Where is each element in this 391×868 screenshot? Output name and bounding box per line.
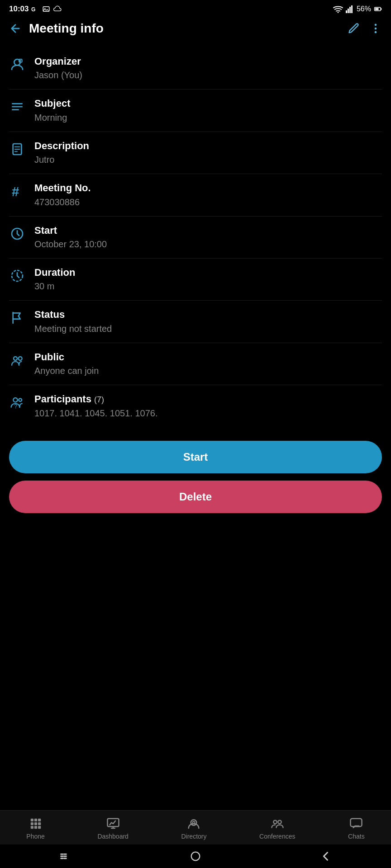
- organizer-text: Organizer Jason (You): [34, 56, 382, 81]
- action-buttons: Start Delete: [0, 432, 391, 518]
- meeting-no-row: # Meeting No. 473030886: [9, 174, 382, 216]
- svg-rect-37: [34, 826, 37, 829]
- dashboard-icon: [106, 817, 120, 830]
- svg-point-28: [19, 398, 22, 401]
- svg-point-3: [338, 12, 339, 13]
- svg-rect-38: [38, 826, 41, 829]
- arrow-left-icon: [9, 22, 22, 35]
- duration-icon: [9, 268, 25, 284]
- sys-menu-button[interactable]: [59, 850, 72, 863]
- chats-icon: [349, 817, 363, 830]
- edit-pencil-icon: [348, 22, 360, 35]
- svg-text:#: #: [12, 184, 19, 198]
- nav-chats-label: Chats: [348, 833, 365, 840]
- meeting-no-text: Meeting No. 473030886: [34, 182, 382, 208]
- nav-directory-label: Directory: [181, 833, 206, 840]
- status-row: Status Meeting not started: [9, 301, 382, 343]
- participants-text: Participants (7) 1017. 1041. 1045. 1051.…: [34, 393, 382, 419]
- meeting-no-value: 473030886: [34, 196, 382, 208]
- duration-label: Duration: [34, 267, 382, 278]
- nav-conferences[interactable]: Conferences: [259, 817, 295, 840]
- back-icon: [319, 850, 332, 863]
- start-row: Start October 23, 10:00: [9, 217, 382, 259]
- cloud-icon: [53, 5, 62, 13]
- bottom-nav: Phone Dashboard Directory Conferences: [0, 810, 391, 844]
- start-text: Start October 23, 10:00: [34, 225, 382, 250]
- nav-conferences-label: Conferences: [259, 833, 295, 840]
- svg-rect-31: [34, 819, 37, 821]
- top-bar-left: Meeting info: [9, 21, 104, 36]
- svg-point-11: [375, 28, 377, 30]
- meeting-info-content: Organizer Jason (You) Subject Morning: [0, 43, 391, 432]
- svg-rect-4: [346, 10, 347, 13]
- sys-back-button[interactable]: [319, 850, 332, 863]
- public-row: Public Anyone can join: [9, 343, 382, 385]
- edit-button[interactable]: [348, 22, 360, 35]
- status-label: Status: [34, 309, 382, 321]
- more-button[interactable]: [369, 22, 382, 35]
- sys-home-button[interactable]: [189, 850, 202, 863]
- page-title: Meeting info: [29, 21, 104, 36]
- nav-directory[interactable]: Directory: [181, 817, 206, 840]
- battery-icon: [374, 5, 382, 13]
- duration-value: 30 m: [34, 280, 382, 292]
- description-row: Description Jutro: [9, 132, 382, 174]
- participants-label-wrap: Participants (7): [34, 393, 382, 405]
- public-value: Anyone can join: [34, 365, 382, 377]
- svg-point-25: [14, 357, 17, 360]
- status-value: Meeting not started: [34, 323, 382, 335]
- system-nav: [0, 844, 391, 868]
- participants-count: (7): [94, 395, 104, 405]
- svg-rect-35: [38, 822, 41, 825]
- subject-label: Subject: [34, 98, 382, 109]
- wifi-icon: [333, 5, 343, 13]
- menu-icon: [59, 850, 72, 863]
- svg-rect-30: [30, 819, 33, 821]
- g-icon: G: [31, 5, 39, 13]
- svg-rect-9: [375, 8, 379, 10]
- public-text: Public Anyone can join: [34, 351, 382, 377]
- status-bar: 10:03 G 56%: [0, 0, 391, 16]
- meeting-no-label: Meeting No.: [34, 182, 382, 194]
- subject-icon: [9, 99, 25, 115]
- start-button[interactable]: Start: [9, 441, 382, 473]
- svg-point-10: [375, 24, 377, 26]
- subject-value: Morning: [34, 112, 382, 123]
- nav-dashboard[interactable]: Dashboard: [97, 817, 129, 840]
- top-bar-actions: [348, 22, 382, 35]
- nav-dashboard-label: Dashboard: [97, 833, 129, 840]
- phone-icon: [29, 817, 43, 830]
- description-text: Description Jutro: [34, 140, 382, 165]
- home-icon: [189, 850, 202, 863]
- svg-rect-6: [349, 7, 351, 13]
- svg-rect-5: [348, 9, 349, 13]
- svg-rect-39: [107, 819, 119, 827]
- nav-phone[interactable]: Phone: [26, 817, 44, 840]
- nav-chats[interactable]: Chats: [348, 817, 365, 840]
- more-vertical-icon: [369, 22, 382, 35]
- public-label: Public: [34, 351, 382, 363]
- status-time: 10:03: [9, 5, 29, 14]
- nav-phone-label: Phone: [26, 833, 44, 840]
- organizer-row: Organizer Jason (You): [9, 47, 382, 90]
- subject-row: Subject Morning: [9, 90, 382, 132]
- clock-icon: [9, 226, 25, 242]
- svg-text:?: ?: [14, 403, 17, 410]
- status-left: 10:03 G: [9, 5, 62, 14]
- battery-text: 56%: [357, 5, 371, 13]
- svg-point-44: [273, 821, 277, 824]
- back-button[interactable]: [9, 22, 22, 35]
- description-icon: [9, 141, 25, 157]
- organizer-icon: [9, 57, 25, 73]
- svg-rect-36: [30, 826, 33, 829]
- organizer-label: Organizer: [34, 56, 382, 67]
- svg-rect-46: [351, 819, 362, 827]
- start-label: Start: [34, 225, 382, 236]
- svg-point-27: [13, 398, 17, 402]
- description-value: Jutro: [34, 154, 382, 165]
- delete-button[interactable]: Delete: [9, 481, 382, 513]
- description-label: Description: [34, 140, 382, 152]
- svg-rect-53: [191, 852, 200, 861]
- participants-icon: ?: [9, 394, 25, 410]
- top-bar: Meeting info: [0, 16, 391, 43]
